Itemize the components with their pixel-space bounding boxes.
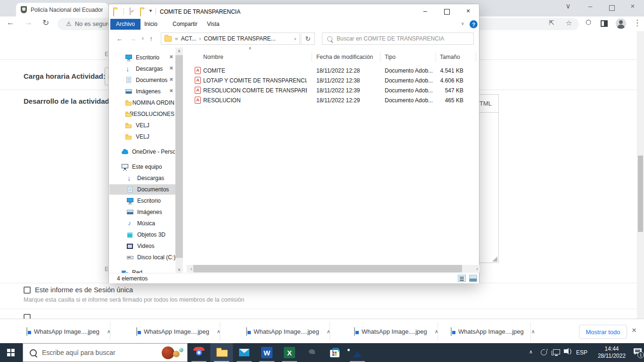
page-scrollbar-thumb[interactable] (638, 156, 643, 232)
tab-vista[interactable]: Vista (201, 19, 225, 30)
browser-close-button[interactable]: × (627, 2, 639, 10)
hscrollbar-thumb[interactable] (193, 265, 462, 272)
taskbar-edge[interactable] (301, 343, 323, 362)
file-row[interactable]: RESOLUCION COMITE DE TRANSPARENC... 18/1… (195, 85, 478, 95)
sidebar-item-pc-musica[interactable]: Música (126, 218, 155, 229)
language-indicator[interactable]: ESP (576, 349, 587, 356)
ribbon-collapse-chevron-icon[interactable]: ∨ (461, 21, 464, 26)
download-item[interactable]: WhatsApp Image....jpeg ∧ (0, 319, 110, 344)
sidebar-item-descargas[interactable]: Descargas (125, 64, 163, 74)
refresh-button[interactable]: ↻ (301, 33, 315, 45)
taskbar-chrome[interactable] (188, 343, 210, 362)
taskbar-photos[interactable] (346, 343, 369, 362)
sidebar-item-pc-descargas[interactable]: Descargas (126, 173, 164, 183)
editor-tab-html[interactable]: TML (479, 100, 492, 107)
sort-ascending-icon[interactable]: ∧ (248, 46, 252, 50)
column-header-nombre[interactable]: Nombre (203, 51, 223, 63)
qat-customize-chevron-icon[interactable]: ▼ (149, 8, 153, 13)
page-scrollbar[interactable] (637, 31, 644, 319)
taskbar-mail[interactable] (233, 343, 256, 362)
scroll-up-icon[interactable]: ∧ (175, 49, 183, 53)
download-menu-chevron-icon[interactable]: ∧ (531, 329, 535, 335)
scroll-down-icon[interactable]: ∨ (175, 267, 183, 272)
not-secure-warning-icon[interactable]: ⚠ (66, 20, 72, 27)
tab-inicio[interactable]: Inicio (139, 19, 163, 30)
sidebar-item-este-equipo[interactable]: Este equipo (121, 162, 162, 172)
sidebar-item-resoluciones[interactable]: RESOLUCIONES (125, 109, 174, 119)
forward-icon[interactable]: → (25, 18, 33, 27)
sidebar-item-pc-documentos[interactable]: Documentos (126, 184, 169, 195)
tray-overflow-chevron-icon[interactable]: ∧ (529, 349, 533, 355)
breadcrumb-current[interactable]: COMITE DE TRANSPARE... (204, 35, 275, 42)
nav-up-icon[interactable]: ↑ (149, 35, 153, 42)
start-button[interactable] (0, 343, 23, 362)
sidebar-item-nomina[interactable]: NOMINA ORDIN (125, 98, 174, 108)
file-row[interactable]: COMITE 18/11/2022 12:28 Documento Adob..… (195, 66, 478, 75)
explorer-search-box[interactable]: Buscar en COMITE DE TRANSPARENCIA (322, 33, 474, 45)
sesion-unica-checkbox[interactable] (24, 287, 31, 294)
nav-history-chevron-icon[interactable]: ∨ (141, 36, 144, 41)
breadcrumb-parent[interactable]: ACT... (181, 35, 197, 42)
quick-access-properties-icon[interactable] (130, 8, 131, 15)
help-icon[interactable]: ? (470, 20, 478, 28)
tab-compartir[interactable]: Compartir (167, 19, 203, 30)
sidebar-item-velj-1[interactable]: VELJ (125, 120, 149, 131)
taskbar-search-box[interactable]: Escribe aquí para buscar (23, 343, 188, 362)
address-breadcrumb-bar[interactable]: « ACT... › COMITE DE TRANSPARE... ∨ (161, 33, 300, 45)
extensions-puzzle-icon[interactable]: ⬡ (586, 18, 591, 26)
navpane-scrollbar-thumb[interactable] (175, 55, 183, 258)
browser-menu-dots-icon[interactable]: ⋮ (633, 18, 641, 28)
quick-access-newfolder-icon[interactable] (140, 9, 141, 16)
volume-icon[interactable] (564, 349, 567, 353)
filelist-hscrollbar[interactable]: ‹ › (187, 265, 479, 272)
clock[interactable]: 14:44 28/11/2022 (592, 346, 632, 360)
sidebar-item-documentos[interactable]: Documentos (125, 75, 167, 85)
show-all-downloads-button[interactable]: Mostrar todo (579, 325, 627, 339)
sidebar-item-velj-2[interactable]: VELJ (125, 132, 149, 142)
share-icon[interactable]: ⇱ (549, 19, 554, 26)
sidebar-item-pc-imagenes[interactable]: Imágenes (126, 207, 162, 217)
column-header-tamano[interactable]: Tamaño (440, 51, 460, 63)
bookmark-star-icon[interactable]: ☆ (566, 19, 572, 27)
refresh-icon[interactable]: ↻ (42, 18, 49, 28)
bing-daily-image[interactable] (161, 345, 185, 361)
scroll-right-icon[interactable]: › (473, 266, 481, 272)
network-tray-icon[interactable] (553, 349, 560, 354)
column-header-tipo[interactable]: Tipo (385, 51, 396, 63)
tab-search-chevron-icon[interactable]: ∨ (562, 2, 574, 10)
thumbnail-view-toggle-icon[interactable] (469, 275, 477, 282)
side-panel-icon[interactable] (601, 20, 608, 27)
sidebar-item-pc-videos[interactable]: Videos (126, 241, 154, 251)
sidebar-item-pc-escritorio[interactable]: Escritorio (126, 196, 161, 206)
browser-restore-button[interactable] (609, 5, 615, 11)
nav-back-icon[interactable]: ← (116, 35, 123, 42)
sidebar-item-pc-objetos3d[interactable]: Objetos 3D (126, 230, 165, 240)
browser-minimize-button[interactable]: – (584, 2, 596, 10)
taskbar-word[interactable]: W (256, 343, 278, 362)
explorer-close-button[interactable]: × (461, 7, 475, 15)
taskbar-file-explorer[interactable] (210, 343, 233, 362)
back-icon[interactable]: ← (7, 18, 15, 27)
sidebar-item-escritorio[interactable]: Escritorio (125, 52, 159, 63)
close-shelf-icon[interactable]: × (632, 326, 636, 335)
explorer-titlebar[interactable]: ▼ COMITE DE TRANSPARENCIA – × (109, 4, 479, 19)
taskbar-excel[interactable]: X (278, 343, 301, 362)
navpane-scrollbar[interactable]: ∧ ∨ (175, 48, 183, 273)
sidebar-item-onedrive[interactable]: OneDrive - Persor (121, 147, 175, 157)
nav-forward-icon[interactable]: → (130, 35, 136, 42)
column-header-fecha[interactable]: Fecha de modificación (316, 51, 373, 63)
download-item[interactable]: WhatsApp Image....jpeg ∧ (438, 319, 530, 344)
download-item[interactable]: WhatsApp Image....jpeg ∧ (110, 319, 220, 344)
browser-tab[interactable]: Policía Nacional del Ecuador (16, 3, 108, 16)
sidebar-item-imagenes[interactable]: Imágenes (125, 86, 161, 97)
details-view-toggle-icon[interactable] (458, 275, 466, 282)
profile-avatar[interactable] (616, 18, 626, 29)
breadcrumb-overflow[interactable]: « (175, 35, 178, 42)
tab-archivo[interactable]: Archivo (110, 19, 140, 30)
tray-screenclip-icon[interactable] (541, 349, 547, 355)
file-row[interactable]: RESOLUCION 18/11/2022 12:29 Documento Ad… (195, 95, 478, 105)
textarea-resize-handle[interactable] (492, 256, 497, 262)
sidebar-item-pc-disco[interactable]: Disco local (C:) (126, 252, 175, 263)
download-item[interactable]: WhatsApp Image....jpeg ∧ (220, 319, 330, 344)
address-dropdown-chevron-icon[interactable]: ∨ (294, 37, 297, 41)
